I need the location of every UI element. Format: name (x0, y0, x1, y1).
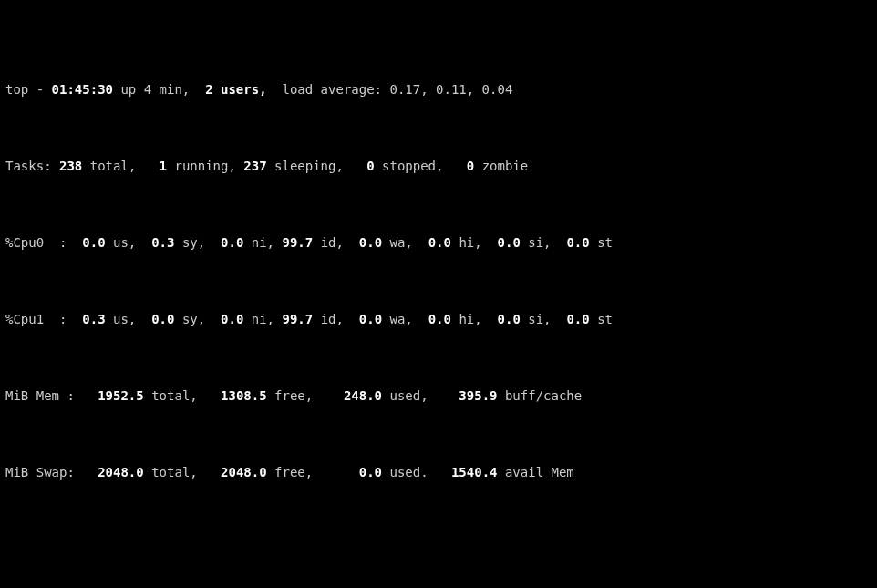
summary-line-swap: MiB Swap: 2048.0 total, 2048.0 free, 0.0… (5, 463, 872, 482)
users-value: 2 users, (205, 80, 282, 99)
label: MiB Swap: (5, 463, 98, 482)
terminal-screen[interactable]: top - 01:45:30 up 4 min, 2 users, load a… (0, 0, 877, 588)
tasks-stopped: 0 (366, 157, 382, 176)
tasks-running: 1 (160, 157, 175, 176)
summary-line-cpu1: %Cpu1 : 0.3 us, 0.0 sy, 0.0 ni, 99.7 id,… (5, 310, 872, 329)
tasks-total: 238 (59, 157, 90, 176)
uptime-value: up 4 min, (120, 80, 205, 99)
label: top - (5, 80, 52, 99)
label: Tasks: (5, 157, 59, 176)
summary-line-mem: MiB Mem : 1952.5 total, 1308.5 free, 248… (5, 387, 872, 406)
tasks-sleeping: 237 (243, 157, 274, 176)
summary-line-uptime: top - 01:45:30 up 4 min, 2 users, load a… (5, 80, 872, 99)
time-value: 01:45:30 (52, 80, 121, 99)
summary-line-cpu0: %Cpu0 : 0.0 us, 0.3 sy, 0.0 ni, 99.7 id,… (5, 233, 872, 253)
tasks-zombie: 0 (467, 157, 482, 176)
blank-line (5, 540, 872, 559)
summary-line-tasks: Tasks: 238 total, 1 running, 237 sleepin… (5, 157, 872, 176)
loadavg-value: load average: 0.17, 0.11, 0.04 (282, 80, 512, 99)
label: %Cpu1 : (5, 310, 82, 329)
label: %Cpu0 : (5, 233, 82, 253)
label: MiB Mem : (5, 387, 98, 406)
